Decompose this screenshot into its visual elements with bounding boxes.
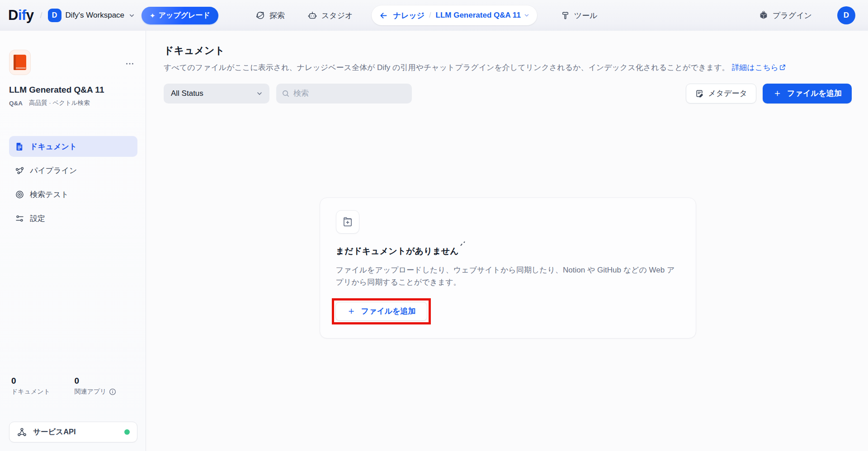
external-link-icon [779, 64, 786, 70]
sparkle-icon: ✦ [150, 12, 156, 19]
workspace-name: Dify's Workspace [66, 11, 124, 20]
search-icon [282, 89, 290, 98]
empty-add-file-button[interactable]: ＋ ファイルを追加 [335, 302, 427, 321]
search-box [276, 84, 412, 103]
stat-related-apps: 0 関連アプリ [75, 376, 138, 396]
twinkle-icon [460, 240, 466, 247]
kb-title: LLM Generated Q&A 11 [9, 85, 137, 95]
sidebar-item-documents[interactable]: ドキュメント [9, 136, 137, 157]
folder-plus-icon [342, 216, 354, 228]
annotation-highlight-box: ＋ ファイルを追加 [332, 298, 431, 324]
upgrade-button[interactable]: ✦ アップグレード [142, 7, 218, 24]
documents-toolbar: All Status メタデータ ＋ ファイルを追加 [164, 84, 852, 103]
workspace-switcher[interactable]: D Dify's Workspace [48, 9, 135, 22]
metadata-edit-icon [695, 89, 704, 98]
settings-sliders-icon [15, 214, 24, 223]
target-icon [15, 190, 24, 199]
plus-icon: ＋ [347, 306, 356, 315]
status-dot-green [124, 429, 130, 435]
tools-hammer-icon [561, 11, 570, 20]
add-file-button[interactable]: ＋ ファイルを追加 [763, 84, 852, 103]
api-nodes-icon [17, 427, 27, 437]
stat-documents: 0 ドキュメント [11, 376, 75, 396]
kb-stats: 0 ドキュメント 0 関連アプリ [11, 376, 137, 396]
service-api-button[interactable]: サービスAPI [9, 422, 137, 442]
pipeline-icon [15, 166, 24, 175]
documents-page: ドキュメント すべてのファイルがここに表示され、ナレッジベース全体が Dify … [146, 31, 868, 451]
chevron-down-icon [256, 90, 263, 97]
search-input[interactable] [293, 89, 406, 98]
breadcrumb-knowledge[interactable]: ナレッジ [393, 10, 425, 21]
top-header: Dify / D Dify's Workspace ✦ アップグレード 探索 ス… [0, 0, 868, 31]
nav-plugins[interactable]: プラグイン [754, 7, 816, 24]
plugins-cube-icon [759, 10, 769, 20]
current-kb-name: LLM Generated Q&A 11 [436, 11, 521, 20]
chevron-down-icon [128, 12, 135, 19]
service-api-label: サービスAPI [33, 427, 76, 437]
empty-add-file-label: ファイルを追加 [361, 306, 416, 316]
studio-robot-icon [307, 10, 317, 20]
nav-studio[interactable]: スタジオ [303, 7, 358, 24]
kb-sidebar: LLM Generated Q&A 11 Q&A 高品質 · ベクトル検索 ドキ… [0, 31, 146, 451]
sidebar-item-label: ドキュメント [30, 141, 77, 152]
page-title: ドキュメント [164, 44, 852, 57]
stat-documents-label: ドキュメント [11, 388, 75, 396]
path-separator: / [40, 11, 42, 20]
kb-header: LLM Generated Q&A 11 Q&A 高品質 · ベクトル検索 [9, 50, 137, 107]
folder-tile [336, 210, 359, 234]
stat-related-apps-label: 関連アプリ [75, 388, 138, 396]
nav-tools-label: ツール [574, 10, 598, 21]
add-file-label: ファイルを追加 [787, 88, 842, 99]
metadata-button[interactable]: メタデータ [686, 84, 756, 103]
sidebar-item-label: パイプライン [30, 165, 77, 176]
dify-logo[interactable]: Dify [8, 7, 34, 23]
kb-meta: 高品質 · ベクトル検索 [29, 99, 90, 107]
status-filter-select[interactable]: All Status [164, 84, 269, 103]
kb-format-badge: Q&A [9, 100, 23, 107]
empty-state-description: ファイルをアップロードしたり、ウェブサイトから同期したり、Notion や Gi… [336, 264, 681, 289]
explore-planet-icon [255, 10, 265, 20]
empty-state-title: まだドキュメントがありません [336, 245, 459, 257]
breadcrumb-current-kb[interactable]: LLM Generated Q&A 11 [436, 11, 530, 20]
user-avatar[interactable]: D [837, 6, 855, 24]
header-right: プラグイン D [754, 6, 855, 24]
stat-related-apps-value: 0 [75, 376, 138, 386]
upgrade-label: アップグレード [159, 11, 210, 20]
header-nav: 探索 スタジオ ナレッジ / LLM Generated Q&A 11 ツール [251, 5, 602, 25]
metadata-label: メタデータ [708, 88, 747, 99]
learn-more-link[interactable]: 詳細はこちら [732, 63, 786, 72]
nav-explore[interactable]: 探索 [251, 7, 289, 24]
breadcrumb-separator: / [429, 11, 431, 19]
knowledge-breadcrumb-pill: ナレッジ / LLM Generated Q&A 11 [372, 5, 537, 25]
nav-plugins-label: プラグイン [773, 10, 812, 21]
document-icon [15, 142, 24, 151]
book-icon [14, 55, 26, 70]
workspace-avatar: D [48, 9, 61, 22]
sidebar-item-label: 検索テスト [30, 189, 69, 200]
status-filter-value: All Status [171, 89, 203, 98]
back-arrow-icon[interactable] [379, 11, 388, 20]
kb-icon-tile [9, 50, 31, 75]
sidebar-item-pipeline[interactable]: パイプライン [9, 160, 137, 181]
info-icon[interactable] [109, 388, 116, 395]
sidebar-item-label: 設定 [30, 213, 45, 224]
nav-studio-label: スタジオ [321, 10, 353, 21]
sidebar-menu: ドキュメント パイプライン 検索テスト 設定 [9, 136, 137, 229]
empty-state-card: まだドキュメントがありません ファイルをアップロードしたり、ウェブサイトから同期… [320, 197, 696, 338]
stat-documents-value: 0 [11, 376, 75, 386]
kb-subtitle: Q&A 高品質 · ベクトル検索 [9, 99, 137, 107]
page-description: すべてのファイルがここに表示され、ナレッジベース全体が Dify の引用やチャッ… [164, 62, 852, 74]
sidebar-item-settings[interactable]: 設定 [9, 208, 137, 229]
chevron-down-icon [524, 12, 530, 19]
nav-explore-label: 探索 [269, 10, 285, 21]
more-options-icon[interactable] [125, 59, 135, 69]
sidebar-item-retrieval-test[interactable]: 検索テスト [9, 184, 137, 205]
nav-tools[interactable]: ツール [556, 7, 602, 24]
plus-icon: ＋ [773, 88, 782, 98]
